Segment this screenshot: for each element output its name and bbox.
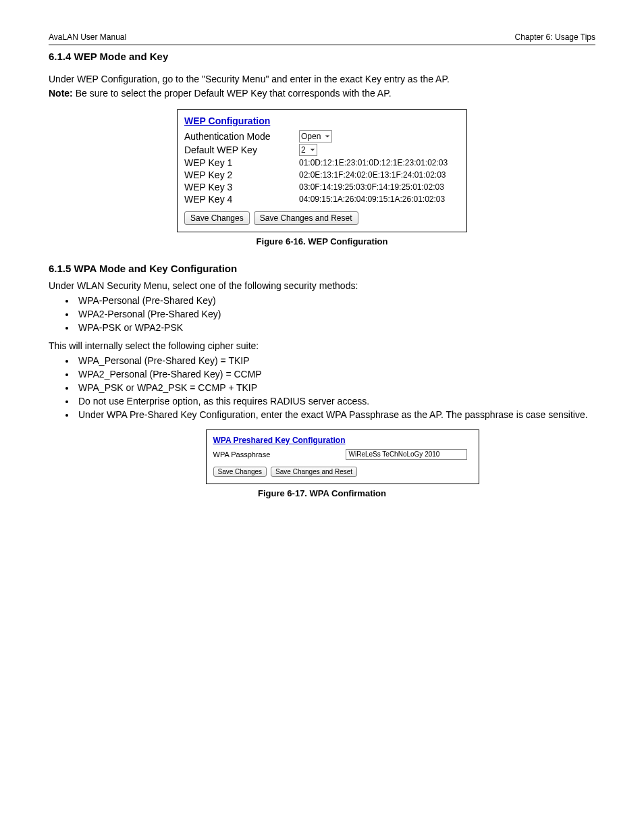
- list-item: WPA2_Personal (Pre-Shared Key) = CCMP: [76, 369, 595, 380]
- wep-row-key4: WEP Key 4 04:09:15:1A:26:04:09:15:1A:26:…: [184, 194, 460, 205]
- field-label: WEP Key 1: [184, 157, 299, 168]
- field-label: WPA Passphrase: [213, 450, 346, 459]
- note-label: Note:: [49, 88, 76, 99]
- wpa-panel-title: WPA Preshared Key Configuration: [213, 436, 472, 445]
- figure-wpa: WPA Preshared Key Configuration WPA Pass…: [49, 429, 595, 498]
- default-key-select[interactable]: 2: [299, 144, 317, 156]
- wep-row-default-key: Default WEP Key 2: [184, 144, 460, 156]
- header-right: Chapter 6: Usage Tips: [515, 32, 595, 42]
- wep-key-value: 04:09:15:1A:26:04:09:15:1A:26:01:02:03: [299, 194, 445, 204]
- section-title-2: 6.1.5 WPA Mode and Key Configuration: [49, 263, 595, 274]
- wep-button-row: Save Changes Save Changes and Reset: [184, 211, 460, 225]
- wep-key-value: 02:0E:13:1F:24:02:0E:13:1F:24:01:02:03: [299, 170, 446, 180]
- select-value: Open: [301, 132, 321, 141]
- wep-panel-title: WEP Configuration: [184, 115, 460, 126]
- wep-key-value: 01:0D:12:1E:23:01:0D:12:1E:23:01:02:03: [299, 158, 448, 167]
- list-item: WPA_Personal (Pre-Shared Key) = TKIP: [76, 355, 595, 366]
- figure-caption: Figure 6-17. WPA Confirmation: [49, 488, 595, 498]
- field-label: Default WEP Key: [184, 145, 299, 155]
- save-changes-button[interactable]: Save Changes: [213, 467, 267, 477]
- paragraph: This will internally select the followin…: [49, 340, 595, 353]
- field-label: Authentication Mode: [184, 131, 299, 142]
- page-body: AvaLAN User Manual Chapter 6: Usage Tips…: [0, 0, 644, 532]
- running-header: AvaLAN User Manual Chapter 6: Usage Tips: [49, 32, 595, 42]
- security-methods-list: WPA-Personal (Pre-Shared Key) WPA2-Perso…: [49, 295, 595, 333]
- note-line: Note: Be sure to select the proper Defau…: [49, 87, 595, 100]
- figure-wep: WEP Configuration Authentication Mode Op…: [49, 109, 595, 246]
- field-label: WEP Key 3: [184, 182, 299, 192]
- paragraph: Under WEP Configuration, go to the "Secu…: [49, 73, 595, 86]
- wep-row-key3: WEP Key 3 03:0F:14:19:25:03:0F:14:19:25:…: [184, 182, 460, 192]
- header-rule: [49, 45, 595, 45]
- wep-config-panel: WEP Configuration Authentication Mode Op…: [177, 109, 467, 232]
- paragraph: Under WLAN Security Menu, select one of …: [49, 280, 595, 292]
- save-changes-button[interactable]: Save Changes: [184, 211, 250, 225]
- wep-row-auth: Authentication Mode Open: [184, 130, 460, 142]
- list-item: WPA-PSK or WPA2-PSK: [76, 322, 595, 333]
- chevron-down-icon: [325, 134, 330, 139]
- list-item: WPA_PSK or WPA2_PSK = CCMP + TKIP: [76, 382, 595, 393]
- list-item: WPA2-Personal (Pre-Shared Key): [76, 309, 595, 319]
- field-label: WEP Key 4: [184, 194, 299, 205]
- wpa-row-passphrase: WPA Passphrase WiReLeSs TeChNoLoGy 2010: [213, 449, 472, 460]
- field-label: WEP Key 2: [184, 170, 299, 180]
- list-item: Do not use Enterprise option, as this re…: [76, 396, 595, 407]
- wpa-button-row: Save Changes Save Changes and Reset: [213, 467, 472, 477]
- select-value: 2: [301, 145, 306, 155]
- save-changes-reset-button[interactable]: Save Changes and Reset: [271, 467, 357, 477]
- wep-row-key1: WEP Key 1 01:0D:12:1E:23:01:0D:12:1E:23:…: [184, 157, 460, 168]
- note-body: Be sure to select the proper Default WEP…: [76, 88, 392, 99]
- section-title: 6.1.4 WEP Mode and Key: [49, 51, 595, 62]
- wep-row-key2: WEP Key 2 02:0E:13:1F:24:02:0E:13:1F:24:…: [184, 170, 460, 180]
- chevron-down-icon: [310, 147, 315, 153]
- figure-caption: Figure 6-16. WEP Configuration: [49, 236, 595, 246]
- wpa-config-panel: WPA Preshared Key Configuration WPA Pass…: [206, 429, 479, 484]
- list-item: WPA-Personal (Pre-Shared Key): [76, 295, 595, 306]
- cipher-list: WPA_Personal (Pre-Shared Key) = TKIP WPA…: [49, 355, 595, 420]
- save-changes-reset-button[interactable]: Save Changes and Reset: [254, 211, 358, 225]
- list-item: Under WPA Pre-Shared Key Configuration, …: [76, 409, 595, 420]
- wep-key-value: 03:0F:14:19:25:03:0F:14:19:25:01:02:03: [299, 182, 444, 192]
- header-left: AvaLAN User Manual: [49, 32, 126, 42]
- input-value: WiReLeSs TeChNoLoGy 2010: [349, 450, 440, 458]
- wpa-passphrase-input[interactable]: WiReLeSs TeChNoLoGy 2010: [346, 449, 467, 460]
- auth-mode-select[interactable]: Open: [299, 130, 332, 142]
